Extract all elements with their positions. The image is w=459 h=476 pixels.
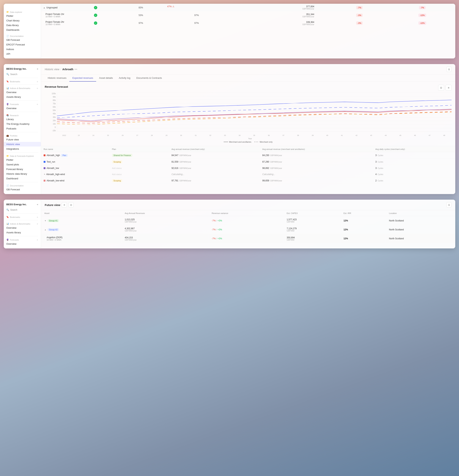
run-name-abroath-high: Abroath_high bbox=[47, 154, 60, 157]
sidebar-item-dashboards[interactable]: Dashboards bbox=[4, 27, 41, 32]
main-content-3: Future view ≡ ⊙ ℹ Asset Avg Annual Reven… bbox=[41, 200, 455, 248]
sidebar-item-assets-library-3[interactable]: Assets library bbox=[4, 230, 41, 235]
sidebar-item-forecast-library-2[interactable]: Forecast library bbox=[4, 167, 41, 171]
info-btn-3[interactable]: ⊙ bbox=[68, 202, 74, 207]
sidebar-item-gb-forecast-2[interactable]: GB Forecast bbox=[4, 187, 41, 192]
sidebar-item-indices[interactable]: Indices bbox=[4, 47, 41, 51]
search-btn-3[interactable]: 🔍 Search bbox=[4, 208, 41, 212]
sidebar-item-saved-plots-2[interactable]: Saved plots bbox=[4, 162, 41, 167]
y-40k: 40k bbox=[53, 113, 56, 115]
window-3: BESS Energy Inc. « 🔍 Search 🔖 Bookmarks … bbox=[4, 200, 455, 248]
collapse-btn-2[interactable]: « bbox=[37, 68, 38, 70]
sidebar-item-api[interactable]: API bbox=[4, 51, 41, 56]
grid-3 bbox=[57, 103, 451, 103]
sidebar-item-assets-library-2[interactable]: Assets library bbox=[4, 95, 41, 99]
indices-add-btn-3[interactable]: + bbox=[36, 222, 38, 225]
sidebar-item-historic-data-library-2[interactable]: Historic data library bbox=[4, 171, 41, 176]
tab-documents-contracts[interactable]: Documents & Contracts bbox=[133, 75, 165, 82]
sidebar-item-chart-library[interactable]: Chart library bbox=[4, 18, 41, 23]
y-50k: 50k bbox=[53, 109, 56, 111]
capex-unit-group1: GBP/MW bbox=[287, 221, 337, 223]
chart-area-2 bbox=[57, 93, 451, 132]
data-forecasts-section-2: 📁 Data & Forecasts Explorer bbox=[4, 154, 41, 158]
variance-group2: -7% / +3% bbox=[209, 225, 283, 234]
table-row-angelton: Angelton (DGR) 10 MW • 5 MWh 404,153 GBP… bbox=[41, 234, 455, 243]
x-32: 32 bbox=[203, 135, 217, 136]
sparkle-icon: ✦ bbox=[43, 173, 45, 176]
sidebar-item-library-2[interactable]: Library bbox=[4, 117, 41, 122]
plan-badge-abroath-low: Add status bbox=[112, 167, 122, 169]
portfolio-section-2: 💼 Portfolio bbox=[4, 133, 41, 137]
table-row-group2: ▲ Group #2 4,302,867 GBP/MW/year -7% / +… bbox=[41, 225, 455, 234]
cycles-test-run: 3 bbox=[375, 161, 377, 163]
sidebar-item-future-view-2[interactable]: Future view bbox=[4, 137, 41, 142]
grid-10 bbox=[57, 128, 451, 128]
irr-group1: 12% bbox=[343, 219, 348, 222]
capex-angelton: 350,894 bbox=[287, 236, 337, 239]
sidebar-item-integrations-2[interactable]: Integrations bbox=[4, 146, 41, 151]
tab-activity-log[interactable]: Activity log bbox=[116, 75, 133, 82]
revenue-unit-ungrouped: GBP/MW/year bbox=[231, 8, 314, 10]
indices-add-btn-2[interactable]: + bbox=[36, 87, 38, 90]
irr-angelton: 12% bbox=[343, 237, 348, 240]
window-1: 📁 Data explorer Plotter Chart library Da… bbox=[4, 4, 455, 59]
expand-icon-group1[interactable]: ▼ bbox=[44, 220, 46, 222]
collapse-btn-3[interactable]: « bbox=[37, 203, 38, 206]
plan-badge-abroath-low-wind: Scoping bbox=[112, 179, 122, 182]
sidebar-item-podcasts-2[interactable]: Podcasts bbox=[4, 126, 41, 131]
sidebar-item-dashboard-2[interactable]: Dashboard bbox=[4, 176, 41, 181]
revenue-group2: 4,302,867 bbox=[125, 227, 205, 230]
sidebar-item-plotter-2[interactable]: Plotter bbox=[4, 158, 41, 162]
sidebar-item-data-library[interactable]: Data library bbox=[4, 23, 41, 27]
tab-expected-revenues[interactable]: Expected revenues bbox=[69, 75, 96, 82]
info-btn-2[interactable]: ℹ bbox=[446, 67, 451, 72]
chart-target-btn[interactable]: ⊙ bbox=[438, 85, 444, 91]
grid-9 bbox=[57, 124, 451, 125]
divider-3-1 bbox=[6, 213, 38, 213]
table-row-abroath-high-wind: ✦ Abroath_high-wind Add status Calculati… bbox=[41, 171, 455, 177]
sidebar-item-historic-view-2[interactable]: Historic view bbox=[4, 142, 41, 146]
group-label-2: ▲ Group #2 bbox=[44, 228, 118, 231]
sidebar-item-plotter[interactable]: Plotter bbox=[4, 14, 41, 18]
sidebar-item-ercot-forecast[interactable]: ERCOT Forecast bbox=[4, 42, 41, 47]
sidebar-item-energy-academy-2[interactable]: The Energy Academy bbox=[4, 122, 41, 126]
forecasts-add-btn-2[interactable]: + bbox=[36, 103, 38, 106]
search-btn-2[interactable]: 🔍 Search bbox=[4, 72, 41, 76]
badge1-tomato1: -3% bbox=[356, 14, 363, 17]
bookmarks-add-btn-3[interactable]: + bbox=[36, 216, 38, 218]
sidebar-item-overview-3[interactable]: Overview bbox=[4, 226, 41, 230]
more-options-icon[interactable]: ••• bbox=[75, 68, 77, 71]
bookmarks-add-btn[interactable]: + bbox=[36, 80, 38, 83]
revenue-unit-tomato1: GBP/MW/year bbox=[231, 16, 314, 18]
x-axis-label: Year bbox=[48, 138, 451, 140]
grid-0 bbox=[57, 93, 451, 93]
indices-section-header-2: 📊 Indices & Benchmarks + bbox=[4, 86, 41, 90]
run-name-test-run: Test_run bbox=[47, 161, 55, 163]
table-row-abroath-low-wind: Abroath_low-wind Scoping 97,791 GBP/MW/y… bbox=[41, 178, 455, 184]
forecasts-icon-3: 🔮 bbox=[6, 238, 9, 241]
sidebar-item-forecasts-overview-3[interactable]: Overview bbox=[4, 242, 41, 246]
help-btn-3[interactable]: ℹ bbox=[446, 202, 451, 207]
filter-btn-3[interactable]: ≡ bbox=[62, 202, 67, 207]
col-irr: Est. IRR bbox=[340, 211, 386, 216]
expand-icon-group2[interactable]: ▲ bbox=[44, 229, 46, 231]
plan-badge-abroath-high-wind: Add status bbox=[112, 173, 122, 175]
rev2-unit-test-run: GBP/MW/year bbox=[270, 161, 282, 163]
grid-2 bbox=[57, 100, 451, 100]
pct1-ungrouped: 83% bbox=[117, 4, 165, 11]
data-explorer-section: 📁 Data explorer bbox=[4, 10, 41, 14]
x-25: 25 bbox=[101, 135, 115, 136]
folder-icon: 📁 bbox=[6, 11, 9, 13]
revenue-angelton: 404,153 bbox=[125, 236, 205, 239]
sidebar-item-forecasts-overview-2[interactable]: Overview bbox=[4, 106, 41, 110]
status-icon-ungrouped: ✓ bbox=[94, 6, 97, 9]
tab-historic-revenues[interactable]: Historic revenues bbox=[45, 75, 69, 82]
forecasts-add-btn-3[interactable]: + bbox=[36, 238, 38, 241]
tab-asset-details[interactable]: Asset details bbox=[96, 75, 116, 82]
legend-label-dashed: Merchant only bbox=[260, 141, 273, 143]
y-100k: 100k bbox=[52, 93, 56, 95]
plan-label-abroath-high: Plan bbox=[61, 154, 68, 157]
sidebar-item-overview-2[interactable]: Overview bbox=[4, 90, 41, 95]
chart-settings-btn[interactable]: ≡ bbox=[446, 85, 451, 91]
sidebar-item-gb-forecast[interactable]: GB Forecast bbox=[4, 38, 41, 42]
